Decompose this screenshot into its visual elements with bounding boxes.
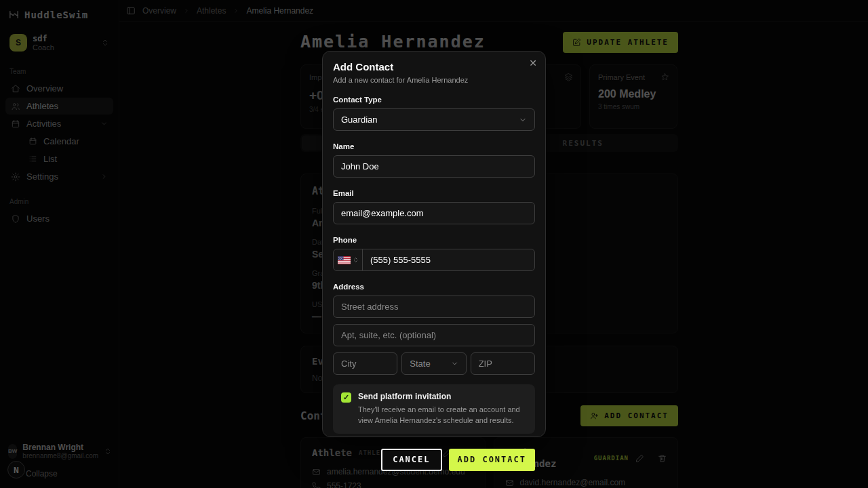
chevrons-up-down-icon xyxy=(353,257,359,263)
phone-label: Phone xyxy=(333,236,535,244)
country-select[interactable] xyxy=(333,249,363,271)
contact-type-value: Guardian xyxy=(341,115,377,125)
modal-subtitle: Add a new contact for Amelia Hernandez xyxy=(333,76,535,84)
phone-input[interactable] xyxy=(362,249,535,271)
street-address-input[interactable] xyxy=(333,296,535,318)
cancel-button[interactable]: CANCEL xyxy=(381,449,441,471)
state-placeholder: State xyxy=(410,359,430,369)
email-label: Email xyxy=(333,189,535,197)
zip-input[interactable] xyxy=(471,352,535,375)
address-label: Address xyxy=(333,283,535,291)
close-icon[interactable]: ✕ xyxy=(529,58,537,68)
invite-title: Send platform invitation xyxy=(358,392,527,401)
add-contact-modal: ✕ Add Contact Add a new contact for Amel… xyxy=(322,51,546,437)
modal-title: Add Contact xyxy=(333,61,535,73)
send-invitation-checkbox[interactable]: ✓ xyxy=(341,392,351,403)
email-input[interactable] xyxy=(333,202,535,224)
name-input[interactable] xyxy=(333,155,535,178)
chevron-down-icon xyxy=(451,360,458,367)
name-label: Name xyxy=(333,142,535,150)
chevron-down-icon xyxy=(519,116,527,124)
contact-type-select[interactable]: Guardian xyxy=(333,108,535,131)
apt-suite-input[interactable] xyxy=(333,324,535,346)
invite-description: They'll receive an email to create an ac… xyxy=(358,405,527,426)
contact-type-label: Contact Type xyxy=(333,96,535,104)
add-contact-submit-button[interactable]: ADD CONTACT xyxy=(449,449,535,471)
invite-panel: ✓ Send platform invitation They'll recei… xyxy=(333,384,535,434)
state-select[interactable]: State xyxy=(401,352,466,375)
us-flag-icon xyxy=(338,256,351,264)
city-input[interactable] xyxy=(333,352,397,375)
